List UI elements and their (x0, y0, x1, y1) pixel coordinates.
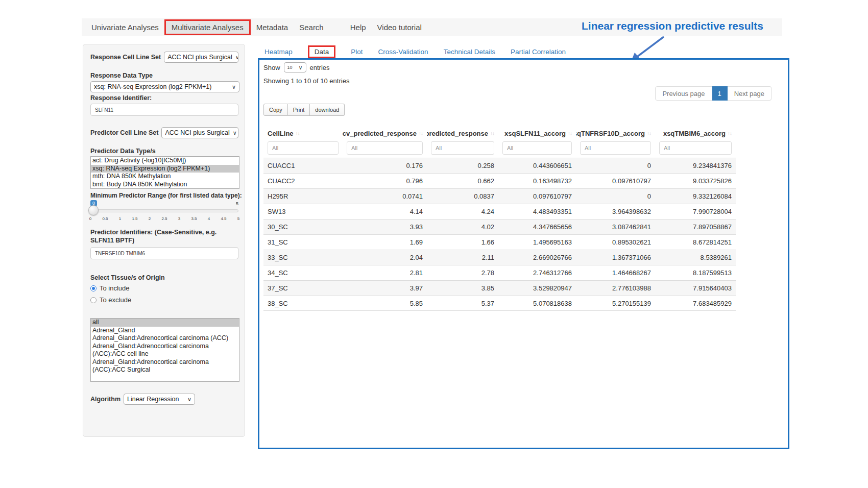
tab-heatmap[interactable]: Heatmap (264, 48, 293, 56)
predictor-data-types-listbox[interactable]: act: Drug Activity (-log10[IC50M])xsq: R… (90, 156, 239, 189)
predictor-data-type-option[interactable]: bmt: Body DNA 850K Methylation (91, 181, 239, 189)
table-cell: 37_SC (263, 284, 343, 292)
print-button[interactable]: Print (288, 104, 310, 116)
show-entries-select[interactable]: 10 ∨ (284, 62, 306, 72)
predictor-data-type-option[interactable]: mth: DNA 850K Methylation (91, 173, 239, 181)
column-header-predicted-response[interactable]: predicted_response↑↓ (427, 130, 498, 137)
column-header-xsqtmbim6-accorg[interactable]: xsqTMBIM6_accorg↑↓ (655, 130, 736, 137)
column-header-xsqtnfrsf10d-accorg[interactable]: xsqTNFRSF10D_accorg↑↓ (576, 130, 655, 137)
table-cell: 7.897058867 (655, 223, 736, 231)
chevron-down-icon: ∨ (233, 130, 237, 136)
predictor-cell-line-set-select[interactable]: ACC NCI plus Surgical ∨ (161, 127, 238, 138)
response-data-type-select[interactable]: xsq: RNA-seq Expression (log2 FPKM+1) ∨ (90, 81, 239, 92)
table-cell: CUACC2 (263, 177, 343, 185)
column-header-xsqslfn11-accorg[interactable]: xsqSLFN11_accorg↑↓ (498, 130, 576, 137)
sort-icon[interactable]: ↑↓ (490, 131, 494, 136)
table-cell: 34_SC (263, 269, 343, 277)
filter-input-predicted-response[interactable] (431, 141, 494, 155)
sort-icon[interactable]: ↑↓ (647, 131, 651, 136)
tissue-option[interactable]: Adrenal_Gland:Adrenocortical carcinoma (… (91, 343, 239, 358)
column-header-label: cv_predicted_response (343, 130, 417, 137)
sort-icon[interactable]: ↑↓ (568, 131, 572, 136)
table-cell: 2.11 (427, 254, 498, 261)
tissue-origin-listbox[interactable]: allAdrenal_GlandAdrenal_Gland:Adrenocort… (90, 318, 239, 382)
table-cell: 4.14 (343, 208, 427, 215)
predictor-identifiers-label: Predictor Identifiers: (Case-Sensitive, … (90, 228, 238, 245)
tab-cross-validation[interactable]: Cross-Validation (378, 48, 428, 56)
tab-plot[interactable]: Plot (351, 48, 363, 56)
nav-item-search[interactable]: Search (294, 23, 329, 32)
filter-input-xsqtmbim6-accorg[interactable] (659, 141, 732, 155)
slider-max-label: 5 (236, 201, 238, 206)
filter-input-cv-predicted-response[interactable] (347, 141, 423, 155)
table-cell: 8.5389261 (655, 254, 736, 261)
nav-item-multivariate-analyses[interactable]: Multivariate Analyses (164, 19, 251, 35)
table-cell: 8.672814251 (655, 238, 736, 246)
tissue-option[interactable]: Adrenal_Gland:Adrenocortical carcinoma (… (91, 334, 239, 343)
tissue-radio-to-include[interactable]: To include (90, 284, 238, 292)
table-filter-cell (655, 141, 736, 155)
predictor-identifiers-input[interactable] (90, 247, 238, 259)
table-cell: 4.347665656 (498, 223, 576, 231)
table-cell: 4.483493351 (498, 208, 576, 215)
response-cell-line-set-select[interactable]: ACC NCI plus Surgical ∨ (164, 52, 238, 63)
table-row: 30_SC3.934.024.3476656563.0874628417.897… (263, 219, 736, 234)
tissue-option[interactable]: Adrenal_Gland:Adrenocortical carcinoma (… (91, 358, 239, 374)
table-cell: 5.270155139 (576, 300, 655, 307)
table-filter-cell (498, 141, 576, 155)
sort-icon[interactable]: ↑↓ (419, 131, 423, 136)
predictor-data-types-label: Predictor Data Type/s (90, 148, 238, 155)
tab-partial-correlation[interactable]: Partial Correlation (511, 48, 566, 56)
predictor-data-type-option[interactable]: xsq: RNA-seq Expression (log2 FPKM+1) (91, 165, 239, 173)
chevron-down-icon: ∨ (235, 54, 238, 61)
nav-item-metadata[interactable]: Metadata (251, 23, 294, 32)
sort-icon[interactable]: ↑↓ (296, 131, 300, 136)
response-identifier-input[interactable] (90, 104, 238, 116)
tissue-option[interactable]: Adrenal_Gland (91, 327, 239, 335)
tissue-option[interactable]: all (91, 319, 239, 327)
slider-handle[interactable] (88, 205, 99, 215)
response-data-type-label: Response Data Type (90, 72, 238, 79)
page-number-button[interactable]: 1 (712, 86, 728, 101)
table-cell: 4.24 (427, 208, 498, 215)
results-table: CellLine↑↓cv_predicted_response↑↓predict… (263, 126, 736, 311)
table-cell: 0.443606651 (498, 162, 576, 169)
table-row: 31_SC1.691.661.4956951630.8953026218.672… (263, 234, 736, 250)
column-header-cellline[interactable]: CellLine↑↓ (263, 130, 343, 137)
table-cell: 0 (576, 162, 655, 169)
table-filter-cell (343, 141, 427, 155)
column-header-cv-predicted-response[interactable]: cv_predicted_response↑↓ (343, 130, 427, 137)
table-filter-cell (427, 141, 498, 155)
download-button[interactable]: download (310, 104, 345, 116)
tissue-radio-to-exclude[interactable]: To exclude (90, 296, 238, 304)
table-cell: 0.176 (343, 162, 427, 169)
table-cell: 2.776103988 (576, 284, 655, 292)
filter-input-cellline[interactable] (268, 141, 339, 155)
table-info: Showing 1 to 10 of 10 entries (263, 77, 349, 85)
filter-input-xsqtnfrsf10d-accorg[interactable] (580, 141, 651, 155)
previous-page-button[interactable]: Previous page (655, 86, 712, 101)
predictor-data-type-option[interactable]: act: Drug Activity (-log10[IC50M]) (91, 157, 239, 165)
radio-icon (90, 285, 97, 291)
tab-technical-details[interactable]: Technical Details (444, 48, 495, 56)
tab-data[interactable]: Data (308, 45, 336, 58)
nav-item-univariate-analyses[interactable]: Univariate Analyses (86, 23, 164, 32)
table-cell: 33_SC (263, 254, 343, 261)
nav-item-help[interactable]: Help (345, 23, 372, 32)
filter-input-xsqslfn11-accorg[interactable] (502, 141, 572, 155)
table-cell: 0.258 (427, 162, 498, 169)
copy-button[interactable]: Copy (263, 104, 288, 116)
sort-icon[interactable]: ↑↓ (728, 131, 732, 136)
algorithm-select[interactable]: Linear Regression ∨ (124, 394, 195, 405)
nav-item-video-tutorial[interactable]: Video tutorial (372, 23, 427, 32)
radio-icon (90, 297, 97, 303)
table-cell: 1.495695163 (498, 238, 576, 246)
next-page-button[interactable]: Next page (728, 86, 771, 101)
table-header-row: CellLine↑↓cv_predicted_response↑↓predict… (263, 126, 736, 140)
table-cell: 38_SC (263, 300, 343, 307)
slider-track[interactable] (90, 209, 238, 212)
slider-tick-label: 3 (178, 216, 180, 221)
table-cell: 5.070818638 (498, 300, 576, 307)
chevron-down-icon: ∨ (232, 84, 236, 90)
table-cell: 0.0837 (427, 192, 498, 200)
